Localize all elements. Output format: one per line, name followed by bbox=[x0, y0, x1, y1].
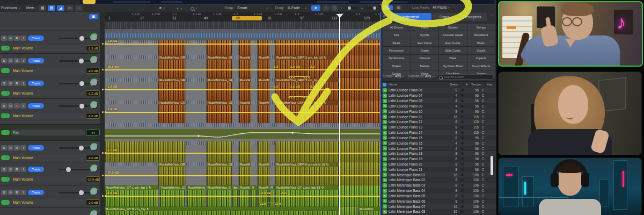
text-tool-button[interactable]: I bbox=[323, 5, 330, 11]
audio-region[interactable] bbox=[275, 141, 339, 162]
audio-region[interactable]: RockWithYou_GRP 2 bbox=[158, 55, 185, 78]
automation-view-button[interactable]: ◢ bbox=[57, 5, 64, 11]
record-button[interactable]: R bbox=[14, 145, 20, 150]
automation-parameter-menu[interactable]: Main Volume⌄ bbox=[11, 68, 85, 74]
favorite-toggle[interactable] bbox=[457, 163, 467, 166]
automation-power-toggle[interactable] bbox=[1, 155, 10, 160]
favorite-toggle[interactable] bbox=[457, 116, 467, 118]
loop-row[interactable]: ∿Latin Merengue Bass 0816106C bbox=[381, 209, 496, 214]
volume-slider-thumb[interactable] bbox=[79, 81, 84, 86]
pan-knob[interactable] bbox=[90, 188, 98, 196]
loop-row[interactable]: ∿Latin Lounge Piano 18896C bbox=[381, 151, 496, 156]
favorite-toggle[interactable] bbox=[457, 168, 467, 171]
category-acoustic-guitar[interactable]: Acoustic Guitar bbox=[439, 31, 467, 38]
audio-region[interactable] bbox=[207, 141, 232, 162]
category-vocals[interactable]: Vocals bbox=[467, 47, 495, 54]
loops-grid-toggle-button[interactable]: ▬ bbox=[383, 5, 393, 10]
pan-knob[interactable] bbox=[90, 33, 98, 41]
scale-dropdown[interactable]: Any ∨ bbox=[395, 74, 404, 78]
volume-slider-thumb[interactable] bbox=[79, 59, 84, 63]
track-type-chip[interactable]: Track bbox=[28, 81, 44, 86]
loop-row[interactable]: ∿Latin Lounge Piano 08496C bbox=[381, 98, 496, 104]
favorite-toggle[interactable] bbox=[457, 157, 467, 160]
track-header-view-button[interactable]: ▣ bbox=[89, 14, 98, 19]
category-sound-effects[interactable]: Sound Effects bbox=[467, 62, 495, 69]
category-all-drums[interactable]: All Drums bbox=[383, 24, 411, 31]
favorite-toggle[interactable] bbox=[457, 200, 467, 203]
loop-row[interactable]: ∿Latin Merengue Bass 058106C bbox=[381, 194, 496, 199]
snap-menu[interactable]: Smart bbox=[237, 6, 247, 10]
solo-button[interactable]: S bbox=[1, 35, 7, 41]
audio-region[interactable]: RockWithYou_GT R cm_bip ↻ bbox=[105, 207, 339, 215]
audio-region[interactable] bbox=[258, 40, 269, 55]
input-monitor-button[interactable]: I bbox=[20, 81, 26, 86]
participant-video-3[interactable] bbox=[498, 157, 642, 215]
automation-power-toggle[interactable] bbox=[1, 46, 10, 51]
freeze-icon[interactable]: ⊙ bbox=[8, 145, 13, 150]
category-mallets[interactable]: Mallets bbox=[411, 62, 439, 69]
search-input[interactable]: Search Loops bbox=[437, 74, 494, 80]
input-monitor-button[interactable]: I bbox=[20, 145, 26, 150]
loop-row[interactable]: ∿Latin Lounge Piano 138115C bbox=[381, 125, 496, 130]
marquee-tool-button[interactable]: ▯ bbox=[331, 5, 338, 11]
pointer-tool-menu[interactable]: ➤ ∨ bbox=[159, 6, 165, 10]
audio-region[interactable]: RockW bbox=[239, 55, 251, 78]
automation-parameter-menu[interactable]: Main Volume⌄ bbox=[11, 176, 85, 182]
category-shaker[interactable]: Shaker bbox=[383, 62, 411, 69]
volume-slider[interactable] bbox=[59, 83, 90, 84]
automation-power-toggle[interactable] bbox=[1, 91, 10, 96]
record-button[interactable]: R bbox=[14, 58, 20, 63]
audio-region[interactable]: RockWithYou_GRP bbox=[207, 162, 232, 185]
loop-row[interactable]: ∿Latin Merengue Bass 068106C bbox=[381, 198, 496, 204]
loop-packs-dropdown[interactable]: All Packs ∨ bbox=[433, 5, 450, 9]
audio-region[interactable]: RockWithYou_GRP 6 cm-ch-fd 19 ↻ bbox=[275, 162, 339, 185]
pan-knob[interactable] bbox=[90, 78, 98, 87]
favorite-toggle[interactable] bbox=[457, 126, 467, 128]
audio-region[interactable]: RockW bbox=[258, 55, 269, 78]
favorite-toggle[interactable] bbox=[457, 99, 467, 102]
category-elec-guitar[interactable]: Elec Guitar bbox=[439, 39, 467, 46]
record-button[interactable]: R bbox=[14, 190, 20, 195]
pan-knob[interactable] bbox=[90, 164, 98, 173]
category-synths[interactable]: Synths bbox=[411, 31, 439, 38]
volume-slider[interactable] bbox=[59, 38, 90, 39]
automation-parameter-menu[interactable]: Pan⌄ bbox=[11, 130, 85, 135]
favorite-toggle[interactable] bbox=[457, 137, 467, 139]
column-header-4[interactable]: Key bbox=[487, 83, 492, 86]
category-woodwind[interactable]: Woodwind bbox=[467, 31, 495, 38]
view-menu[interactable]: View ∨ bbox=[26, 6, 37, 10]
favorite-toggle[interactable] bbox=[457, 120, 467, 123]
tab-instrument[interactable]: Instrument bbox=[390, 13, 431, 21]
category-percussion[interactable]: Percussion bbox=[383, 47, 411, 54]
loop-row[interactable]: ∿Latin Lounge Piano 16496C bbox=[381, 140, 496, 146]
playhead-handle[interactable] bbox=[336, 14, 343, 18]
loop-row[interactable]: ∿Latin Lounge Piano 10896C bbox=[381, 109, 496, 114]
volume-slider[interactable] bbox=[59, 105, 90, 107]
vertical-zoom-slider[interactable] bbox=[346, 8, 357, 9]
loops-column-view-button[interactable]: ▥ bbox=[395, 5, 402, 10]
freeze-icon[interactable]: ⊙ bbox=[8, 103, 13, 109]
automation-parameter-menu[interactable]: Main Volume⌄ bbox=[11, 90, 85, 96]
grid-view-button[interactable]: ▦ bbox=[39, 5, 46, 11]
audio-region[interactable]: RockWithYou_GRP bbox=[207, 55, 232, 78]
category-clavinet[interactable]: Clavinet bbox=[411, 55, 439, 62]
favorite-toggle[interactable] bbox=[457, 174, 467, 176]
loop-row[interactable]: ∿Latin Lounge Piano 21896C bbox=[381, 167, 496, 172]
input-monitor-button[interactable]: I bbox=[20, 58, 26, 63]
audio-region[interactable] bbox=[339, 207, 357, 215]
favorite-toggle[interactable] bbox=[457, 147, 467, 150]
column-header-1[interactable]: Beats bbox=[450, 83, 458, 86]
drag-menu[interactable]: X-Fade bbox=[288, 6, 300, 10]
volume-slider[interactable] bbox=[59, 192, 90, 194]
piano-roll-view-button[interactable]: ▤ bbox=[48, 5, 55, 11]
tempo-chip[interactable] bbox=[83, 0, 96, 4]
automation-parameter-menu[interactable]: Main Volume⌄ bbox=[11, 113, 85, 119]
track-type-chip[interactable]: Track bbox=[28, 58, 44, 63]
freeze-icon[interactable]: ⊙ bbox=[8, 190, 13, 195]
audio-region[interactable]: RockWithYou_GRP 6 bbox=[158, 162, 185, 185]
participant-video-1[interactable]: ♪ bbox=[498, 1, 643, 67]
drag-caret[interactable]: ∨ bbox=[305, 6, 307, 10]
automation-power-toggle[interactable] bbox=[1, 130, 10, 135]
audio-region[interactable] bbox=[339, 29, 380, 40]
automation-power-toggle[interactable] bbox=[1, 113, 10, 118]
